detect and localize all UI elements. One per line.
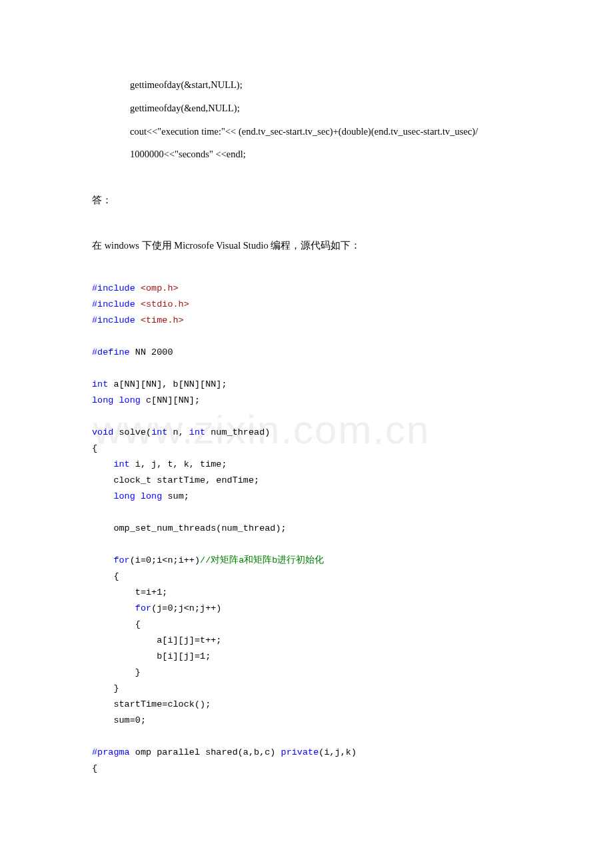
code-line: gettimeofday(&end,NULL); xyxy=(130,97,520,120)
stmt: startTime=clock(); xyxy=(92,699,211,709)
keyword: for xyxy=(92,555,130,565)
keyword: for xyxy=(92,603,151,613)
decl: a[NN][NN], b[NN][NN]; xyxy=(108,379,227,389)
fn-text: n, xyxy=(167,427,189,437)
fn-text: num_thread) xyxy=(205,427,270,437)
stmt: omp_set_num_threads(num_thread); xyxy=(92,523,287,533)
keyword: int xyxy=(92,379,108,389)
preproc: #include xyxy=(92,299,135,309)
page-content: gettimeofday(&start,NULL); gettimeofday(… xyxy=(0,0,613,830)
brace: { xyxy=(92,571,119,581)
stmt: b[i][j]=1; xyxy=(92,651,211,661)
answer-label: 答： xyxy=(92,190,520,211)
fn-text: solve( xyxy=(113,427,151,437)
brace: { xyxy=(92,619,141,629)
include-path: <time.h> xyxy=(135,315,184,325)
pragma-text: (i,j,k) xyxy=(318,747,356,757)
keyword: private xyxy=(281,747,319,757)
macro-def: NN 2000 xyxy=(130,347,173,357)
for-cond: (i=0;i<n;i++) xyxy=(130,555,200,565)
brace: } xyxy=(92,667,141,677)
keyword: long xyxy=(92,491,135,501)
context-paragraph: 在 windows 下使用 Microsofe Visual Studio 编程… xyxy=(92,235,520,257)
preproc: #include xyxy=(92,315,135,325)
preproc: #include xyxy=(92,283,135,293)
pragma-text: omp parallel shared(a,b,c) xyxy=(130,747,281,757)
include-path: <omp.h> xyxy=(135,283,179,293)
source-code-block: #include <omp.h> #include <stdio.h> #inc… xyxy=(92,281,520,777)
stmt: t=i+1; xyxy=(92,587,167,597)
code-line: cout<<"execution time:"<< (end.tv_sec-st… xyxy=(130,120,520,143)
keyword: int xyxy=(151,427,167,437)
keyword: int xyxy=(92,459,130,469)
keyword: void xyxy=(92,427,113,437)
decl: c[NN][NN]; xyxy=(141,395,200,405)
brace: { xyxy=(92,763,97,773)
keyword: long xyxy=(113,395,141,405)
keyword: long xyxy=(135,491,163,501)
comment: //对矩阵a和矩阵b进行初始化 xyxy=(200,555,324,565)
stmt: sum=0; xyxy=(92,715,146,725)
pragma: #pragma xyxy=(92,747,130,757)
code-line: 1000000<<"seconds" <<endl; xyxy=(130,143,520,166)
brace: } xyxy=(92,683,119,693)
var-decl: i, j, t, k, time; xyxy=(130,459,227,469)
preproc: #define xyxy=(92,347,130,357)
code-line: gettimeofday(&start,NULL); xyxy=(130,73,520,97)
for-cond: (j=0;j<n;j++) xyxy=(151,603,221,613)
timing-code-block: gettimeofday(&start,NULL); gettimeofday(… xyxy=(130,73,520,166)
var-decl: sum; xyxy=(162,491,189,501)
stmt: a[i][j]=t++; xyxy=(92,635,221,645)
brace: { xyxy=(92,443,97,453)
var-decl: clock_t startTime, endTime; xyxy=(92,475,259,485)
keyword: long xyxy=(92,395,113,405)
keyword: int xyxy=(189,427,205,437)
include-path: <stdio.h> xyxy=(135,299,189,309)
